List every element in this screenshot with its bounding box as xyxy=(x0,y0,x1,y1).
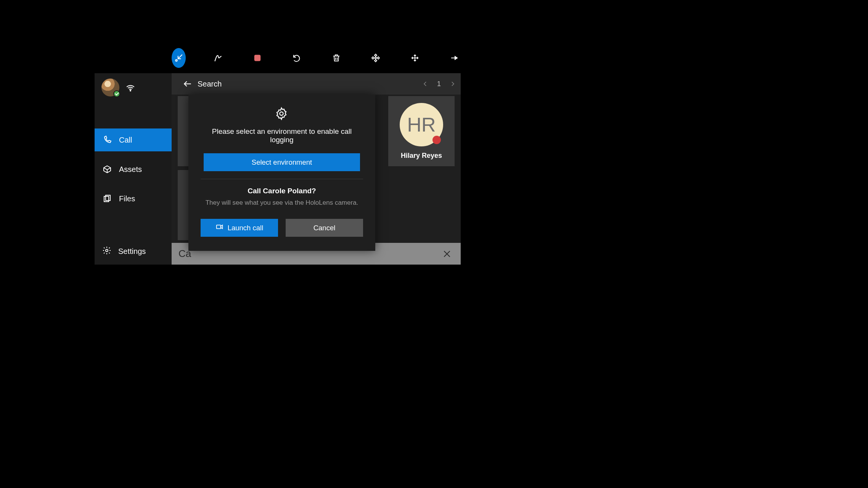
sidebar-item-label: Assets xyxy=(119,165,142,174)
svg-rect-8 xyxy=(216,225,220,228)
contact-name: Hilary Reyes xyxy=(401,152,442,160)
select-environment-button[interactable]: Select environment xyxy=(204,153,360,171)
svg-rect-1 xyxy=(254,55,261,61)
call-question: Call Carole Poland? xyxy=(248,187,316,195)
package-icon xyxy=(102,164,112,174)
page-number: 1 xyxy=(437,80,441,88)
sidebar-item-files[interactable]: Files xyxy=(95,187,172,210)
header: Search 1 xyxy=(172,73,461,95)
clear-search-button[interactable] xyxy=(440,247,454,261)
svg-point-3 xyxy=(130,90,131,91)
pager: 1 xyxy=(421,80,457,88)
back-button[interactable] xyxy=(181,77,194,91)
stop-record-icon[interactable] xyxy=(251,48,265,68)
presence-available-icon xyxy=(113,90,120,97)
sidebar-item-assets[interactable]: Assets xyxy=(95,158,172,181)
presence-busy-icon xyxy=(432,136,441,144)
sidebar-item-call[interactable]: Call xyxy=(95,128,172,151)
trash-icon[interactable] xyxy=(329,48,343,68)
next-page-button[interactable] xyxy=(448,80,457,88)
sidebar-top xyxy=(95,73,172,102)
user-avatar[interactable] xyxy=(101,79,119,96)
pin-icon[interactable] xyxy=(447,48,461,68)
button-label: Launch call xyxy=(228,224,264,232)
focus-target-icon[interactable] xyxy=(368,48,383,68)
gear-icon xyxy=(102,246,111,257)
undo-icon[interactable] xyxy=(290,48,304,68)
wifi-icon xyxy=(125,82,135,93)
files-icon xyxy=(102,194,112,204)
contact-avatar: HR xyxy=(400,103,443,146)
sidebar-item-label: Call xyxy=(119,136,132,144)
top-toolbar xyxy=(172,47,461,69)
sidebar-item-label: Files xyxy=(119,194,135,203)
ink-pen-icon[interactable] xyxy=(211,48,225,68)
contact-card[interactable]: HR Hilary Reyes xyxy=(388,96,455,166)
call-dialog: Please select an environment to enable c… xyxy=(188,95,375,251)
video-icon xyxy=(215,223,224,233)
prev-page-button[interactable] xyxy=(421,80,429,88)
svg-point-0 xyxy=(175,59,177,61)
sidebar-nav: Call Assets Files xyxy=(95,128,172,241)
button-label: Select environment xyxy=(252,158,312,167)
move-icon[interactable] xyxy=(408,48,422,68)
env-message: Please select an environment to enable c… xyxy=(201,127,363,144)
divider xyxy=(201,179,363,179)
page-title: Search xyxy=(198,80,222,88)
cancel-button[interactable]: Cancel xyxy=(286,219,363,237)
sidebar-item-settings[interactable]: Settings xyxy=(95,241,172,265)
call-description: They will see what you see via the HoloL… xyxy=(206,199,358,207)
svg-point-2 xyxy=(375,57,376,59)
sidebar-item-label: Settings xyxy=(118,247,146,256)
svg-point-7 xyxy=(280,112,283,116)
launch-call-button[interactable]: Launch call xyxy=(201,219,278,237)
sidebar: Call Assets Files xyxy=(95,73,172,265)
gear-icon xyxy=(275,107,289,121)
stage: Call Assets Files xyxy=(0,0,868,488)
phone-icon xyxy=(102,135,112,145)
contact-initials: HR xyxy=(407,113,436,136)
svg-point-6 xyxy=(106,249,108,252)
arrow-inward-icon[interactable] xyxy=(172,48,186,68)
button-label: Cancel xyxy=(313,224,336,232)
